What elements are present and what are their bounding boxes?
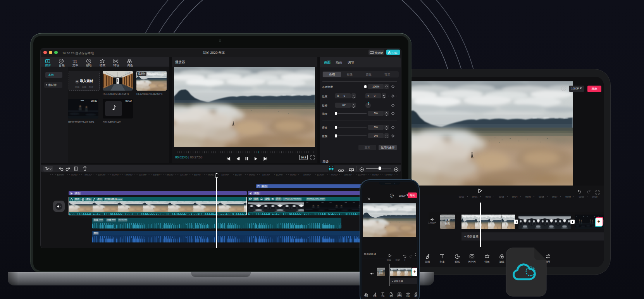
svg-text:TI: TI [73, 59, 77, 64]
